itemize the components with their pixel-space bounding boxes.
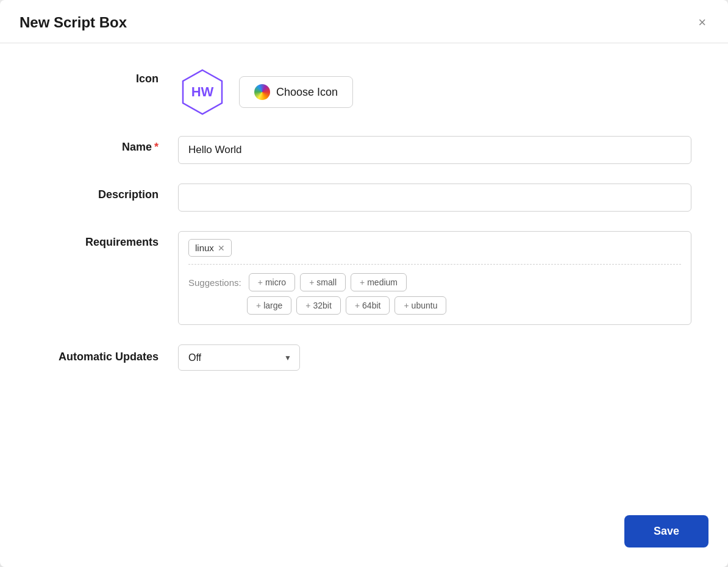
dialog-header: New Script Box ×	[0, 0, 728, 43]
icon-label: Icon	[37, 68, 159, 85]
suggestion-64bit[interactable]: + 64bit	[346, 296, 390, 315]
suggestions-label: Suggestions:	[188, 277, 241, 288]
suggestion-label: large	[263, 301, 282, 310]
suggestion-ubuntu[interactable]: + ubuntu	[394, 296, 446, 315]
requirements-row: Requirements linux ✕ Suggestions: +	[37, 231, 691, 325]
name-row: Name*	[37, 136, 691, 164]
dialog-body: Icon HW Choose Icon Name*	[0, 43, 728, 503]
required-asterisk: *	[154, 141, 159, 153]
suggestion-32bit[interactable]: + 32bit	[296, 296, 341, 315]
auto-updates-label: Automatic Updates	[37, 344, 159, 364]
suggestions-row-2: + large + 32bit + 64bit	[247, 296, 681, 315]
save-button[interactable]: Save	[624, 515, 708, 547]
description-input[interactable]	[178, 184, 691, 212]
tag-label: linux	[195, 243, 214, 253]
requirements-label: Requirements	[37, 231, 159, 249]
dialog-footer: Save	[0, 503, 728, 567]
choose-icon-label: Choose Icon	[276, 86, 338, 99]
description-row: Description	[37, 184, 691, 212]
auto-updates-control: Off On ▼	[178, 344, 691, 371]
suggestion-large[interactable]: + large	[247, 296, 291, 315]
requirements-control: linux ✕ Suggestions: + micro +	[178, 231, 691, 325]
name-control	[178, 136, 691, 164]
icon-row: Icon HW Choose Icon	[37, 68, 691, 116]
plus-icon: +	[355, 301, 360, 310]
suggestions-area: Suggestions: + micro + small +	[188, 273, 681, 315]
auto-updates-select-wrapper: Off On ▼	[178, 344, 300, 371]
requirements-box: linux ✕ Suggestions: + micro +	[178, 231, 691, 325]
hex-icon: HW	[178, 68, 227, 116]
close-button[interactable]: ×	[696, 13, 708, 32]
suggestions-row-1: Suggestions: + micro + small +	[188, 273, 681, 291]
suggestion-micro[interactable]: + micro	[249, 273, 295, 291]
dialog-title: New Script Box	[20, 14, 127, 31]
suggestion-small[interactable]: + small	[300, 273, 346, 291]
suggestion-label: small	[316, 277, 337, 287]
description-control	[178, 184, 691, 212]
auto-updates-select[interactable]: Off On	[178, 344, 300, 371]
plus-icon: +	[309, 277, 314, 287]
auto-updates-row: Automatic Updates Off On ▼	[37, 344, 691, 371]
suggestion-label: micro	[265, 277, 286, 287]
tags-row: linux ✕	[188, 239, 681, 265]
tag-remove-linux[interactable]: ✕	[218, 244, 225, 252]
plus-icon: +	[305, 301, 310, 310]
plus-icon: +	[256, 301, 261, 310]
icon-initials: HW	[191, 84, 214, 100]
plus-icon: +	[360, 277, 365, 287]
name-input[interactable]	[178, 136, 691, 164]
icon-control: HW Choose Icon	[178, 68, 691, 116]
choose-icon-button[interactable]: Choose Icon	[239, 76, 353, 108]
suggestion-label: ubuntu	[412, 301, 438, 310]
description-label: Description	[37, 184, 159, 201]
plus-icon: +	[404, 301, 409, 310]
suggestion-label: 32bit	[313, 301, 332, 310]
plus-icon: +	[258, 277, 263, 287]
suggestion-medium[interactable]: + medium	[351, 273, 407, 291]
new-script-box-dialog: New Script Box × Icon HW Choose Icon	[0, 0, 728, 567]
name-label: Name*	[37, 136, 159, 154]
suggestion-label: medium	[367, 277, 398, 287]
tag-linux: linux ✕	[188, 239, 232, 257]
color-sphere-icon	[254, 84, 270, 100]
suggestion-label: 64bit	[362, 301, 380, 310]
